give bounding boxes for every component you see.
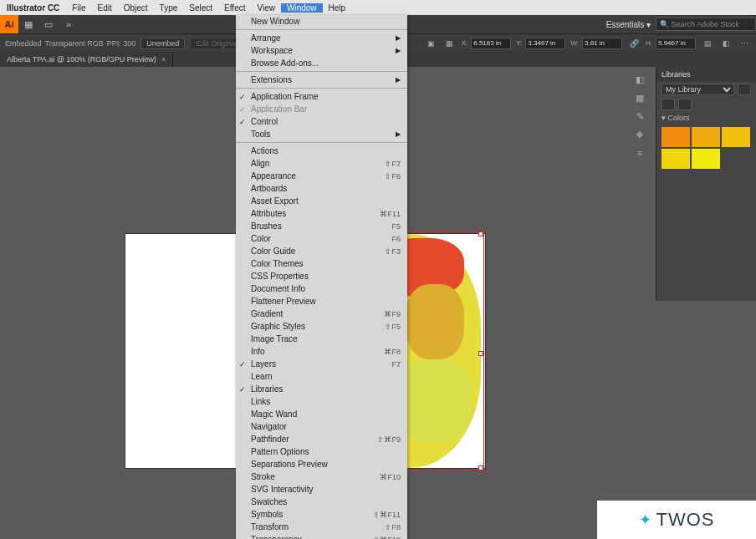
app-name: Illustrator CC [0,3,66,13]
chevron-icon[interactable]: » [59,17,79,32]
color-profile: Transparent RGB [45,39,104,48]
menu-item[interactable]: Stroke⌘F10 [236,470,407,483]
menu-item[interactable]: Image Trace [236,333,407,345]
menu-item[interactable]: Learn [236,370,407,383]
menu-item[interactable]: Gradient⌘F9 [236,308,407,320]
menu-item[interactable]: Color Themes [236,257,407,270]
embed-status: Embedded [5,39,42,48]
y-field[interactable]: Y: [516,38,565,49]
shape-modes-icon[interactable]: ◧ [719,37,733,50]
resize-handle[interactable] [478,465,483,470]
color-swatch[interactable] [662,149,690,169]
resize-handle[interactable] [478,351,483,356]
symbols-panel-icon[interactable]: ❖ [632,127,647,142]
reference-point-icon[interactable]: ▦ [443,37,457,50]
menu-item[interactable]: Arrange▶ [236,32,407,44]
menu-item[interactable]: Artboards [236,182,407,195]
resize-handle[interactable] [478,231,483,236]
color-swatch[interactable] [692,149,720,169]
brushes-panel-icon[interactable]: ✎ [632,109,647,124]
menu-item[interactable]: Document Info [236,282,407,295]
menu-item[interactable]: Info⌘F8 [236,345,407,358]
stroke-panel-icon[interactable]: ≡ [632,145,647,160]
more-options-icon[interactable]: ⋯ [738,37,751,50]
menu-item[interactable]: Swatches [236,496,407,508]
menu-item[interactable]: Pathfinder⇧⌘F9 [236,433,407,445]
menu-item[interactable]: Color Guide⇧F3 [236,245,407,257]
menu-item[interactable]: Transform⇧F8 [236,521,407,533]
color-swatch[interactable] [722,127,750,147]
colors-section-header[interactable]: ▾ Colors [656,112,756,124]
menu-help[interactable]: Help [323,3,352,13]
menu-item[interactable]: Align⇧F7 [236,157,407,170]
menu-item[interactable]: CSS Properties [236,270,407,282]
color-swatches [656,124,756,172]
libraries-tab[interactable]: Libraries [656,67,756,82]
menu-item[interactable]: Pattern Options [236,445,407,458]
ppi-label: PPI: 300 [107,39,136,48]
menu-item[interactable]: ✓Application Frame [236,90,407,103]
color-panel-icon[interactable]: ◧ [632,72,647,87]
menu-item[interactable]: ✓Libraries [236,383,407,395]
menu-item[interactable]: Attributes⌘F11 [236,207,407,220]
menu-item[interactable]: Extensions▶ [236,74,407,86]
menu-view[interactable]: View [251,3,281,13]
menubar: Illustrator CC File Edit Object Type Sel… [0,0,756,15]
menu-item[interactable]: Transparency⇧⌘F10 [236,533,407,539]
menu-item[interactable]: Flattener Preview [236,295,407,308]
menu-item[interactable]: Asset Export [236,195,407,207]
color-swatch[interactable] [662,127,690,147]
spark-icon: ✦ [639,511,651,529]
color-swatch[interactable] [692,127,720,147]
menu-effect[interactable]: Effect [218,3,251,13]
library-sync-icon[interactable] [738,84,751,95]
unembed-button[interactable]: Unembed [140,38,185,49]
menu-item[interactable]: SVG Interactivity [236,483,407,496]
menu-item[interactable]: Browse Add-ons... [236,57,407,69]
menu-item[interactable]: Graphic Styles⇧F5 [236,320,407,333]
menu-window[interactable]: Window [281,3,323,13]
bridge-icon[interactable]: ▦ [18,17,38,32]
libraries-panel: Libraries My Library ▾ Colors [656,67,756,301]
arrange-icon[interactable]: ▭ [38,17,59,32]
menu-type[interactable]: Type [154,3,184,13]
menu-item[interactable]: Separations Preview [236,458,407,470]
swatches-panel-icon[interactable]: ▦ [632,90,647,105]
menu-item[interactable]: Actions [236,145,407,157]
menu-item[interactable]: BrushesF5 [236,220,407,232]
menu-item[interactable]: Tools▶ [236,128,407,140]
menu-item[interactable]: Workspace▶ [236,44,407,57]
search-input[interactable]: 🔍 Search Adobe Stock [656,18,756,31]
menu-file[interactable]: File [66,3,91,13]
panel-dock: ◧ ▦ ✎ ❖ ≡ [629,67,651,165]
menu-item[interactable]: Symbols⇧⌘F11 [236,508,407,521]
document-tab[interactable]: Alberta TPA.ai @ 100% (RGB/GPU Preview) … [0,52,173,67]
menu-item[interactable]: Magic Wand [236,408,407,420]
close-icon[interactable]: × [161,55,166,64]
watermark-badge: ✦ TWOS [597,501,756,539]
list-view-icon[interactable] [678,99,692,110]
search-icon[interactable] [662,99,675,110]
menu-item[interactable]: ✓LayersF7 [236,358,407,370]
menu-edit[interactable]: Edit [91,3,117,13]
window-menu-dropdown: New WindowArrange▶Workspace▶Browse Add-o… [236,15,407,539]
menu-item[interactable]: ✓Control [236,115,407,128]
menu-object[interactable]: Object [118,3,154,13]
h-field[interactable]: H: [646,38,696,49]
menu-item[interactable]: Links [236,395,407,408]
menu-item[interactable]: Navigator [236,420,407,433]
edit-original-button[interactable]: Edit Original [190,38,243,49]
menu-item: ✓Application Bar [236,103,407,115]
align-to-icon[interactable]: ▤ [701,37,714,50]
menu-item[interactable]: ColorF6 [236,232,407,245]
library-select[interactable]: My Library [662,84,734,95]
watermark-text: TWOS [656,509,715,531]
transform-icon[interactable]: ▣ [425,37,438,50]
x-field[interactable]: X: [462,38,512,49]
workspace-switcher[interactable]: Essentials ▾ [601,20,656,29]
w-field[interactable]: W: [570,38,622,49]
menu-item[interactable]: Appearance⇧F6 [236,170,407,182]
menu-select[interactable]: Select [183,3,218,13]
menu-item[interactable]: New Window [236,15,407,28]
constrain-icon[interactable]: 🔗 [627,37,641,50]
